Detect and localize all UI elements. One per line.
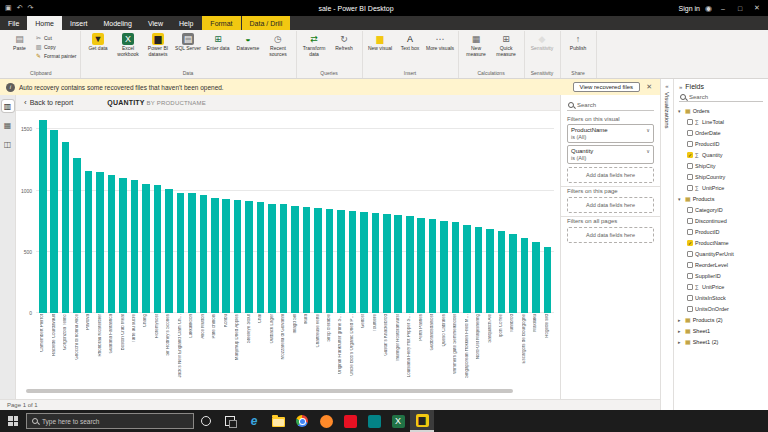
add-data-fields-dropzone[interactable]: Add data fields here: [567, 167, 654, 183]
chevron-icon[interactable]: ▸: [678, 328, 683, 334]
data-view-icon[interactable]: ▦: [2, 119, 14, 131]
ribbon-item-transform-data[interactable]: ⇄Transform data: [300, 32, 329, 58]
field-checkbox[interactable]: ✓: [687, 130, 693, 136]
start-button[interactable]: [0, 410, 26, 432]
chart-bar[interactable]: [326, 209, 334, 313]
chart-bar[interactable]: [349, 211, 357, 313]
chart-bar[interactable]: [200, 195, 208, 313]
chart-bar[interactable]: [486, 229, 494, 313]
field-checkbox[interactable]: ✓: [687, 251, 693, 257]
ribbon-item-quick-measure[interactable]: ⊞Quick measure: [492, 32, 521, 58]
scrollbar-thumb[interactable]: [26, 389, 513, 393]
taskbar-app-chrome[interactable]: [290, 410, 314, 432]
chart-bar[interactable]: [314, 208, 322, 313]
chart-bar[interactable]: [131, 180, 139, 313]
field-row-quantity[interactable]: ✓∑Quantity: [674, 149, 768, 160]
field-row-unitsinstock[interactable]: ✓UnitsInStock: [674, 292, 768, 303]
taskbar-app-excel[interactable]: X: [386, 410, 410, 432]
filter-card-quantity[interactable]: Quantity∨is (All): [567, 145, 654, 164]
chart-bar[interactable]: [50, 130, 58, 313]
chart-bar[interactable]: [39, 120, 47, 313]
chart-bar[interactable]: [165, 189, 173, 313]
ribbon-item-sql-server[interactable]: ▤SQL Server: [174, 32, 203, 52]
chart-bar[interactable]: [429, 219, 437, 313]
field-row-supplierid[interactable]: ✓SupplierID: [674, 270, 768, 281]
back-to-report-link[interactable]: ‹ Back to report: [24, 98, 73, 107]
chart-bar[interactable]: [234, 200, 242, 313]
ribbon-item-get-data[interactable]: ▼Get data: [84, 32, 113, 52]
collapse-fields-icon[interactable]: »: [679, 84, 682, 90]
account-icon[interactable]: ◉: [705, 4, 712, 13]
close-notification-icon[interactable]: ✕: [644, 83, 654, 91]
taskbar-app-app-red[interactable]: [338, 410, 362, 432]
chart-bar[interactable]: [521, 238, 529, 313]
horizontal-scrollbar[interactable]: [26, 386, 550, 396]
taskbar-app-file-explorer[interactable]: [266, 410, 290, 432]
ribbon-item-dataverse[interactable]: ◒Dataverse: [234, 32, 263, 52]
field-checkbox[interactable]: ✓: [687, 306, 693, 312]
visualizations-pane-collapsed[interactable]: « Visualizations: [660, 79, 673, 410]
table-row-orders[interactable]: ▾▦Orders: [674, 105, 768, 116]
chart-bar[interactable]: [303, 207, 311, 313]
chart-bar[interactable]: [211, 198, 219, 313]
add-data-fields-dropzone[interactable]: Add data fields here: [567, 227, 654, 243]
undo-icon[interactable]: ↶: [17, 4, 23, 12]
chevron-down-icon[interactable]: ∨: [646, 148, 650, 154]
chart-bar[interactable]: [96, 172, 104, 313]
chart-bar[interactable]: [544, 247, 552, 313]
tab-data-drill[interactable]: Data / Drill: [242, 16, 291, 30]
chart-bar[interactable]: [142, 184, 150, 313]
filters-search-input[interactable]: [577, 102, 653, 108]
field-checkbox[interactable]: ✓: [687, 218, 693, 224]
chart-bar[interactable]: [337, 210, 345, 313]
tab-view[interactable]: View: [140, 16, 171, 30]
ribbon-item-format-painter[interactable]: ✎Format painter: [35, 51, 77, 60]
chevron-icon[interactable]: ▸: [678, 339, 683, 345]
taskbar-app-firefox[interactable]: [314, 410, 338, 432]
chart-bar[interactable]: [406, 216, 414, 313]
taskbar-search[interactable]: Type here to search: [26, 413, 194, 429]
field-row-shipcity[interactable]: ✓ShipCity: [674, 160, 768, 171]
ribbon-item-enter-data[interactable]: ⊞Enter data: [204, 32, 233, 52]
tab-insert[interactable]: Insert: [62, 16, 96, 30]
ribbon-item-more-visuals[interactable]: ⋯More visuals: [426, 32, 455, 52]
ribbon-item-publish[interactable]: ↑Publish: [564, 32, 593, 52]
field-row-unitprice[interactable]: ✓∑UnitPrice: [674, 182, 768, 193]
chart-bar[interactable]: [222, 199, 230, 313]
chart-bar[interactable]: [280, 204, 288, 313]
field-row-productid[interactable]: ✓ProductID: [674, 226, 768, 237]
ribbon-item-power-bi-datasets[interactable]: ▆Power BI datasets: [144, 32, 173, 58]
chart-bar[interactable]: [245, 201, 253, 313]
field-checkbox[interactable]: ✓: [687, 229, 693, 235]
ribbon-item-cut[interactable]: ✂Cut: [35, 33, 77, 42]
field-row-quantityperunit[interactable]: ✓QuantityPerUnit: [674, 248, 768, 259]
tab-format[interactable]: Format: [202, 16, 240, 30]
ribbon-item-recent-sources[interactable]: ◷Recent sources: [264, 32, 293, 58]
taskbar-app-power-bi[interactable]: ▆: [410, 410, 434, 432]
chart-bar[interactable]: [440, 221, 448, 313]
report-view-icon[interactable]: ▥: [2, 100, 14, 112]
chart-bar[interactable]: [417, 218, 425, 313]
model-view-icon[interactable]: ◫: [2, 138, 14, 150]
ribbon-item-copy[interactable]: ▥Copy: [35, 42, 77, 51]
chart-bar[interactable]: [268, 204, 276, 313]
close-button[interactable]: ✕: [751, 4, 763, 12]
field-checkbox[interactable]: ✓: [687, 273, 693, 279]
fields-search-input[interactable]: [689, 94, 762, 100]
field-row-unitsonorder[interactable]: ✓UnitsOnOrder: [674, 303, 768, 314]
field-row-shipcountry[interactable]: ✓ShipCountry: [674, 171, 768, 182]
filter-card-productname[interactable]: ProductName∨is (All): [567, 124, 654, 143]
chart-bar[interactable]: [257, 202, 265, 313]
cortana-button[interactable]: [194, 410, 218, 432]
chart-bar[interactable]: [509, 234, 517, 313]
chevron-down-icon[interactable]: ∨: [646, 127, 650, 133]
field-checkbox[interactable]: ✓: [687, 262, 693, 268]
chart-bar[interactable]: [177, 193, 185, 313]
field-row-productname[interactable]: ✓ProductName: [674, 237, 768, 248]
ribbon-item-excel-workbook[interactable]: XExcel workbook: [114, 32, 143, 58]
chart-bar[interactable]: [188, 193, 196, 313]
table-row-sheet1-2[interactable]: ▸▦Sheet1 (2): [674, 336, 768, 347]
field-row-linetotal[interactable]: ✓∑LineTotal: [674, 116, 768, 127]
table-row-sheet1[interactable]: ▸▦Sheet1: [674, 325, 768, 336]
task-view-button[interactable]: [218, 410, 242, 432]
